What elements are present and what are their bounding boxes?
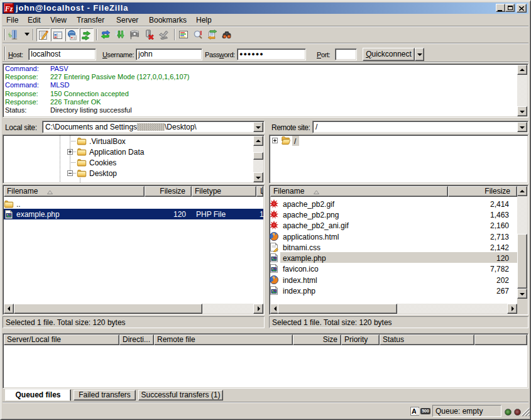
svg-text:Fz: Fz (4, 4, 13, 13)
